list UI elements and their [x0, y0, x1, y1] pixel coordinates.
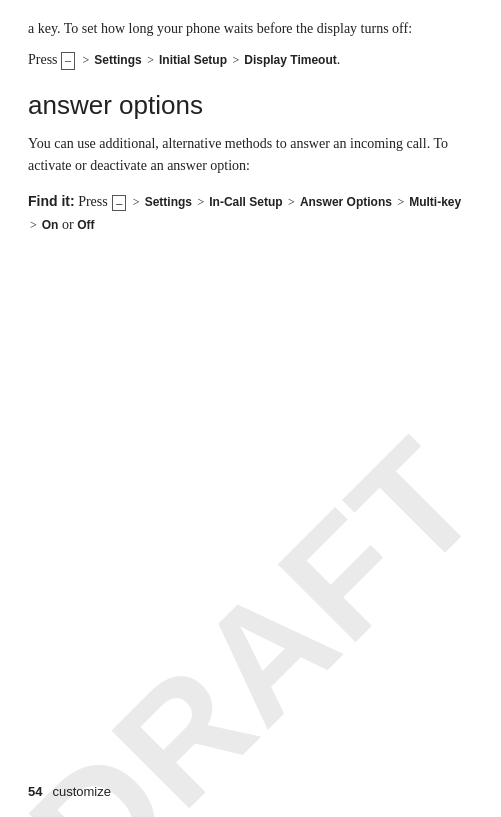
gt-arrow-f2: >	[197, 195, 207, 209]
gt-arrow-f5: >	[30, 218, 40, 232]
press-line: Press – > Settings > Initial Setup > Dis…	[28, 49, 473, 70]
page-container: a key. To set how long your phone waits …	[0, 0, 501, 817]
find-answer-options: Answer Options	[300, 195, 392, 209]
find-or-label: or	[62, 217, 74, 232]
draft-watermark: DRAFT	[0, 405, 501, 817]
footer: 54 customize	[28, 784, 473, 799]
footer-page-number: 54	[28, 784, 42, 799]
find-in-call-setup: In-Call Setup	[209, 195, 282, 209]
gt-arrow-f4: >	[397, 195, 407, 209]
gt-arrow2: >	[147, 53, 157, 67]
gt-arrow-f1: >	[133, 195, 143, 209]
find-off: Off	[77, 218, 94, 232]
find-it-line: Find it: Press – > Settings > In-Call Se…	[28, 190, 473, 236]
gt-arrow3: >	[232, 53, 242, 67]
gt-arrow-f3: >	[288, 195, 298, 209]
find-it-label: Find it:	[28, 193, 75, 209]
menu-key-icon: –	[61, 52, 75, 70]
find-settings: Settings	[145, 195, 192, 209]
gt-arrow: >	[83, 53, 93, 67]
section-title: answer options	[28, 90, 473, 121]
find-it-press: Press	[78, 194, 108, 209]
initial-setup-menu: Initial Setup	[159, 53, 227, 67]
settings-menu: Settings	[94, 53, 141, 67]
display-timeout-menu: Display Timeout	[244, 53, 336, 67]
find-multi-key: Multi-key	[409, 195, 461, 209]
press-label: Press	[28, 52, 58, 67]
body-text: You can use additional, alternative meth…	[28, 133, 473, 176]
intro-text: a key. To set how long your phone waits …	[28, 18, 473, 39]
footer-section: customize	[52, 784, 111, 799]
find-it-menu-key: –	[112, 195, 126, 211]
find-on: On	[42, 218, 59, 232]
